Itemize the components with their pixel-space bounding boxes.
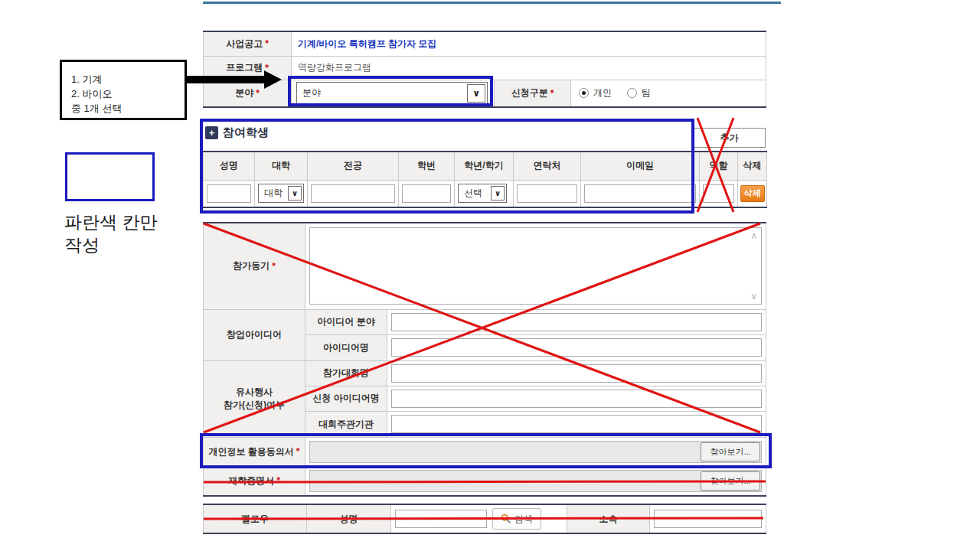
host-org-label: 대회주관기관 [318,419,374,429]
fellow-name-label-cell: 성명 [307,504,391,533]
applied-idea-input[interactable] [391,390,762,408]
required-marker: * [272,261,276,272]
blue-legend-box [65,152,155,201]
field-label-cell: 분야* [204,80,292,107]
program-value: 역량강화프로그램 [292,61,766,74]
idea-name-input[interactable] [391,338,762,357]
idea-field-label: 아이디어 분야 [317,316,374,327]
program-label: 프로그램 [226,61,263,74]
radio-individual[interactable] [579,88,589,98]
affiliation-label-cell: 소속 [567,504,650,533]
caption-line: 작성 [64,234,157,257]
announcement-value: 기계/바이오 특허캠프 참가자 모집 [292,37,766,51]
enrollment-label: 재학증명서 [228,474,274,487]
table-row: 사업공고* 기계/바이오 특허캠프 참가자 모집 [204,31,766,56]
similar-event-label-line1: 유사행사 [204,386,305,399]
fellow-table: 펠로우 성명 검색 소속 [203,504,766,534]
radio-individual-label: 개인 [593,86,612,99]
host-org-input[interactable] [391,415,762,433]
applied-idea-label: 신청 아이디어명 [312,393,379,403]
idea-group-label: 창업아이디어 [227,329,282,340]
caption-line: 파란색 칸만 [64,211,157,234]
enrollment-file-field: 찾아보기... [309,470,762,492]
idea-name-label: 아이디어명 [323,342,369,353]
motivation-textarea[interactable]: ∧ ∨ [309,227,762,305]
required-marker: * [265,63,269,73]
similar-event-label-line2: 참가(신청)여부 [204,399,305,412]
role-input[interactable] [703,184,734,203]
announcement-label-cell: 사업공고* [204,31,292,56]
blue-fields-caption: 파란색 칸만 작성 [64,211,157,257]
fellow-row: 펠로우 성명 검색 소속 [204,504,766,533]
highlight-field-select [288,76,493,106]
col-role: 역할 [700,152,738,180]
similar-event-group-label-cell: 유사행사 참가(신청)여부 [204,360,305,437]
fellow-label: 펠로우 [241,514,269,524]
idea-field-row: 창업아이디어 아이디어 분야 [204,309,766,334]
highlight-students-section [200,119,694,214]
idea-name-label-cell: 아이디어명 [305,334,387,360]
highlight-privacy-row [200,433,772,468]
motivation-row: 참가동기* ∧ ∨ [204,223,766,309]
contest-name-input[interactable] [391,364,762,383]
scroll-up-icon[interactable]: ∧ [750,230,757,241]
fellow-name-input[interactable] [395,510,487,528]
apply-type-label-cell: 신청구분* [495,80,571,107]
fellow-label-cell: 펠로우 [204,504,307,533]
page-top-divider [203,2,781,4]
enrollment-browse-button[interactable]: 찾아보기... [701,471,760,491]
idea-group-label-cell: 창업아이디어 [204,309,305,360]
delete-student-button[interactable]: 삭제 [740,185,765,202]
required-marker: * [265,38,269,49]
note-line: 2. 바이오 [71,87,185,102]
required-marker: * [256,88,260,99]
announcement-label: 사업공고 [226,37,263,51]
applied-idea-label-cell: 신청 아이디어명 [305,386,387,411]
fellow-name-label: 성명 [340,514,358,524]
apply-type-radios: 개인 팀 [571,86,766,99]
motivation-label: 참가동기 [233,259,270,272]
fellow-search-label: 검색 [514,513,533,526]
note-line: 중 1개 선택 [71,102,185,116]
radio-team-label: 팀 [642,86,651,99]
page: 1. 기계 2. 바이오 중 1개 선택 파란색 칸만 작성 사업공고* 기계/… [0,0,980,551]
program-label-cell: 프로그램* [204,56,292,80]
apply-type-label: 신청구분 [511,86,548,99]
scroll-down-icon[interactable]: ∨ [750,291,757,302]
contest-name-label-cell: 참가대회명 [305,360,387,386]
note-line: 1. 기계 [71,73,185,87]
affiliation-label: 소속 [599,514,618,524]
add-student-button[interactable]: 추가 [693,128,766,148]
field-label: 분야 [235,86,253,99]
idea-field-input[interactable] [391,313,762,331]
search-icon [501,514,511,524]
col-delete: 삭제 [738,152,767,180]
affiliation-input[interactable] [654,510,762,528]
enrollment-label-cell: 재학증명서* [204,466,305,496]
fellow-search-button[interactable]: 검색 [492,508,541,530]
contest-name-row: 유사행사 참가(신청)여부 참가대회명 [204,360,766,386]
motivation-label-cell: 참가동기* [204,223,305,309]
field-choice-note: 1. 기계 2. 바이오 중 1개 선택 [60,60,187,120]
radio-team[interactable] [627,88,637,98]
required-marker: * [276,475,280,486]
idea-field-label-cell: 아이디어 분야 [305,309,387,334]
required-marker: * [550,88,554,99]
contest-name-label: 참가대회명 [323,367,369,378]
enrollment-cert-row: 재학증명서* 찾아보기... [204,466,766,496]
